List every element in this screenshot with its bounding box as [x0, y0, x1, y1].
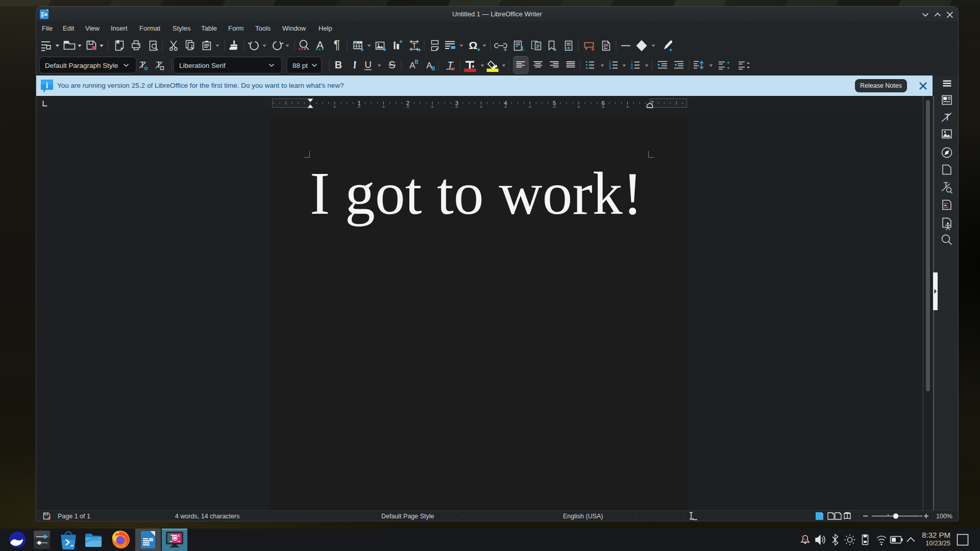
svg-text:Ω: Ω — [469, 39, 478, 51]
svg-text:Liberation Serif: Liberation Serif — [179, 62, 226, 69]
svg-text:88 pt: 88 pt — [292, 62, 308, 69]
svg-text:1: 1 — [357, 100, 360, 106]
svg-text:Default Page Style: Default Page Style — [381, 513, 434, 520]
svg-text:English (USA): English (USA) — [563, 513, 603, 520]
svg-text:U: U — [364, 59, 372, 70]
svg-text:B: B — [431, 66, 435, 71]
svg-text:8:32 PM: 8:32 PM — [922, 531, 950, 539]
svg-text:T: T — [944, 112, 950, 122]
svg-text:1: 1 — [521, 45, 524, 52]
svg-text:A: A — [316, 39, 324, 51]
svg-text:3: 3 — [455, 100, 458, 106]
svg-text:2: 2 — [406, 100, 409, 106]
svg-text:II: II — [631, 66, 633, 70]
svg-text:i: i — [46, 81, 48, 90]
svg-text:Page 1 of 1: Page 1 of 1 — [58, 513, 90, 520]
svg-text:B: B — [335, 59, 342, 70]
svg-text:6: 6 — [601, 100, 604, 106]
svg-text:4 words, 14 characters: 4 words, 14 characters — [175, 513, 239, 520]
svg-text:100%: 100% — [936, 513, 952, 520]
svg-text:4: 4 — [504, 100, 507, 106]
svg-text:5: 5 — [553, 100, 556, 106]
svg-text:I: I — [353, 59, 356, 70]
svg-text:10/23/25: 10/23/25 — [925, 540, 950, 547]
svg-text:Default Paragraph Style: Default Paragraph Style — [45, 62, 118, 69]
svg-text:B: B — [414, 59, 418, 65]
svg-text:T: T — [412, 41, 416, 49]
svg-text:3: 3 — [609, 66, 611, 70]
svg-text:¶: ¶ — [334, 38, 340, 52]
